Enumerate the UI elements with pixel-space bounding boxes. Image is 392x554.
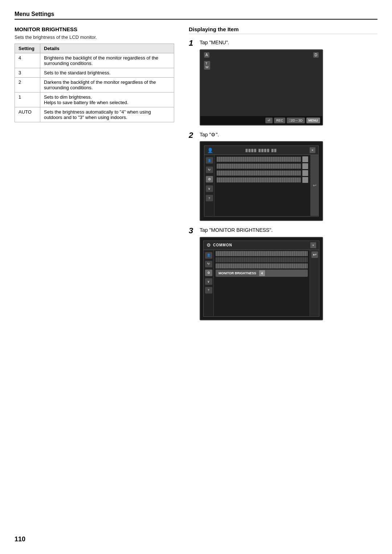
menu-indicator-1	[302, 156, 308, 162]
common-header-left: ⚙ COMMON	[207, 242, 232, 248]
menu-items-list	[215, 155, 310, 216]
ratio-icon[interactable]: ⅟⁄	[206, 167, 213, 173]
common-item-3	[216, 263, 308, 268]
table-row: 1 Sets to dim brightness.Helps to save b…	[15, 93, 174, 107]
back-icon[interactable]: ↩	[313, 183, 317, 188]
screen1-icon-a: A	[204, 52, 209, 58]
step-3: 3 Tap "MONITOR BRIGHTNESS". ⚙ COMMON ×	[189, 227, 377, 320]
menu-bar-3	[217, 171, 301, 176]
camera-screen-1: A D TW ⏎ REC □2D↔3D MENU	[200, 49, 323, 126]
display-title: Displaying the Item	[189, 26, 377, 34]
setting-details: Sets to the standard brightness.	[40, 68, 174, 78]
step-3-text: Tap "MONITOR BRIGHTNESS".	[200, 227, 377, 234]
setting-value: 1	[15, 93, 40, 107]
step-2: 2 Tap "⚙". 👤 ▓▓▓▓ ▓▓▓▓ ▓▓ ×	[189, 131, 377, 221]
setting-value: 3	[15, 68, 40, 78]
menu-overlay: 👤 ▓▓▓▓ ▓▓▓▓ ▓▓ × 👤 ⅟⁄ ⚙ ∨	[204, 145, 319, 217]
common-right-panel: ↩	[310, 250, 319, 316]
help-icon-2[interactable]: ?	[205, 287, 212, 294]
right-column: Displaying the Item 1 Tap "MENU". A D TW…	[189, 26, 377, 326]
camera-screen-2: 👤 ▓▓▓▓ ▓▓▓▓ ▓▓ × 👤 ⅟⁄ ⚙ ∨	[200, 141, 323, 221]
common-item-1	[216, 251, 308, 256]
common-body: 👤 ⅟⁄ ⚙ ∨ ?	[204, 250, 319, 316]
common-bar-3	[216, 263, 308, 268]
gear-icon-2[interactable]: ⚙	[205, 270, 212, 276]
setting-details: Sets the brightness automatically to "4"…	[40, 107, 174, 122]
common-menu-header: ⚙ COMMON ×	[204, 241, 319, 250]
step-2-number: 2	[189, 131, 196, 139]
common-items-list: MONITOR BRIGHTNESS 4	[214, 250, 310, 316]
menu-item-1	[217, 156, 308, 162]
common-item-2	[216, 257, 308, 262]
chevron-down-icon[interactable]: ∨	[206, 185, 213, 192]
screen1-tw: TW	[204, 61, 210, 70]
btn-arrow[interactable]: ⏎	[265, 118, 273, 123]
back-icon-common[interactable]: ↩	[311, 251, 318, 258]
monitor-brightness-row[interactable]: MONITOR BRIGHTNESS 4	[216, 270, 308, 277]
setting-details: Brightens the backlight of the monitor r…	[40, 53, 174, 68]
setting-value: 2	[15, 78, 40, 93]
common-sidebar: 👤 ⅟⁄ ⚙ ∨ ?	[204, 250, 214, 316]
col-details: Details	[40, 44, 174, 53]
menu-body: 👤 ⅟⁄ ⚙ ∨ ?	[204, 155, 318, 216]
step-1-content: Tap "MENU". A D TW ⏎ REC □2D↔3D MENU	[200, 39, 377, 126]
menu-header-title: ▓▓▓▓ ▓▓▓▓ ▓▓	[213, 149, 310, 152]
step-1-number: 1	[189, 39, 196, 47]
section-title: MONITOR BRIGHTNESS	[15, 26, 174, 32]
camera-screen-3: ⚙ COMMON × 👤 ⅟⁄ ⚙ ∨	[200, 237, 323, 320]
monitor-brightness-label: MONITOR BRIGHTNESS	[217, 271, 258, 276]
menu-sidebar: 👤 ⅟⁄ ⚙ ∨ ?	[204, 155, 215, 216]
menu-bar-4	[217, 177, 301, 182]
content-area: MONITOR BRIGHTNESS Sets the brightness o…	[15, 26, 377, 326]
menu-item-4	[217, 177, 308, 183]
btn-2d3d[interactable]: □2D↔3D	[287, 118, 305, 123]
step-1-text: Tap "MENU".	[200, 39, 377, 46]
menu-item-2	[217, 163, 308, 169]
scene-mode-icon[interactable]: 👤	[206, 157, 213, 164]
menu-indicator-4	[302, 177, 308, 183]
monitor-brightness-value: 4	[259, 270, 265, 276]
btn-rec[interactable]: REC	[274, 118, 285, 123]
person-icon: 👤	[207, 148, 213, 153]
close-icon-common[interactable]: ×	[310, 242, 316, 248]
chevron-down-icon-2[interactable]: ∨	[205, 278, 212, 285]
menu-indicator-2	[302, 163, 308, 169]
setting-details: Darkens the backlight of the monitor reg…	[40, 78, 174, 93]
common-label: COMMON	[213, 243, 232, 247]
menu-header: 👤 ▓▓▓▓ ▓▓▓▓ ▓▓ ×	[204, 146, 318, 155]
setting-value: 4	[15, 53, 40, 68]
scene-mode-icon-2[interactable]: 👤	[205, 252, 212, 259]
left-column: MONITOR BRIGHTNESS Sets the brightness o…	[15, 26, 174, 122]
help-icon[interactable]: ?	[206, 195, 213, 201]
common-menu: ⚙ COMMON × 👤 ⅟⁄ ⚙ ∨	[203, 241, 319, 317]
step-2-content: Tap "⚙". 👤 ▓▓▓▓ ▓▓▓▓ ▓▓ ×	[200, 131, 377, 221]
step-3-content: Tap "MONITOR BRIGHTNESS". ⚙ COMMON ×	[200, 227, 377, 320]
table-row: AUTO Sets the brightness automatically t…	[15, 107, 174, 122]
menu-indicator-3	[302, 170, 308, 176]
common-bar-1	[216, 251, 308, 256]
page-number: 110	[15, 535, 25, 543]
page-header: Menu Settings	[15, 11, 377, 20]
btn-menu[interactable]: MENU	[306, 118, 320, 123]
common-bar-2	[216, 257, 308, 262]
screen1-icon-d: D	[313, 52, 319, 58]
table-row: 2 Darkens the backlight of the monitor r…	[15, 78, 174, 93]
menu-bar-2	[217, 164, 301, 169]
ratio-icon-2[interactable]: ⅟⁄	[205, 261, 212, 267]
step-2-text: Tap "⚙".	[200, 131, 377, 139]
col-setting: Setting	[15, 44, 40, 53]
step-1: 1 Tap "MENU". A D TW ⏎ REC □2D↔3D MENU	[189, 39, 377, 126]
page-title: Menu Settings	[15, 11, 377, 17]
setting-details: Sets to dim brightness.Helps to save bat…	[40, 93, 174, 107]
close-icon[interactable]: ×	[310, 147, 315, 153]
menu-item-3	[217, 170, 308, 176]
menu-bar-1	[217, 157, 301, 162]
screen1-top: A D	[200, 50, 322, 60]
gear-icon[interactable]: ⚙	[206, 176, 213, 182]
settings-table: Setting Details 4 Brightens the backligh…	[15, 44, 174, 122]
screen1-bottom: ⏎ REC □2D↔3D MENU	[200, 116, 322, 125]
table-row: 4 Brightens the backlight of the monitor…	[15, 53, 174, 68]
setting-value: AUTO	[15, 107, 40, 122]
step-3-number: 3	[189, 227, 196, 235]
section-subtitle: Sets the brightness of the LCD monitor.	[15, 34, 174, 40]
